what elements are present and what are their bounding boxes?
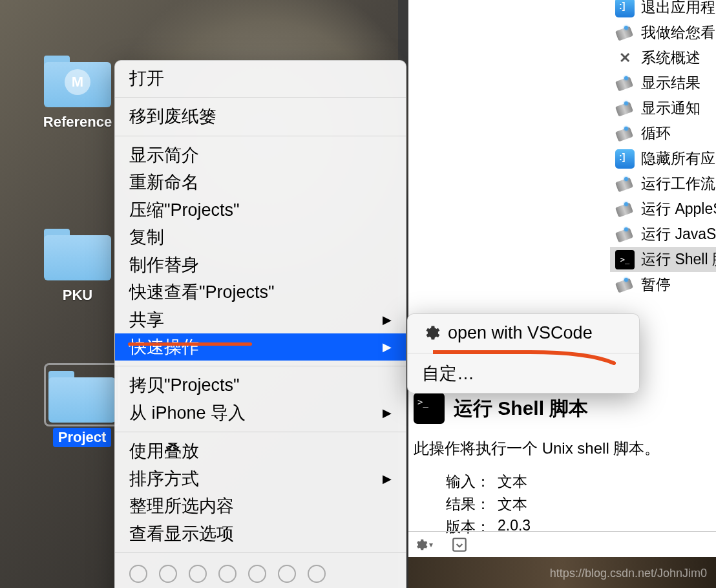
menu-open[interactable]: 打开: [115, 65, 406, 92]
tag-color-none[interactable]: [129, 565, 147, 583]
action-item[interactable]: 显示通知: [610, 96, 716, 121]
action-label: 运行 AppleS: [641, 199, 716, 219]
action-label: 我做给您看: [641, 23, 715, 43]
automator-icon: [615, 275, 635, 295]
chevron-right-icon: ▶: [383, 471, 392, 487]
folder-pku[interactable]: PKU: [36, 224, 120, 305]
menu-separator: [115, 552, 406, 553]
menu-label: 从 iPhone 导入: [129, 401, 246, 425]
action-label: 退出应用程: [641, 0, 715, 17]
action-label: 暂停: [641, 275, 671, 295]
action-label: 显示结果: [641, 73, 700, 93]
action-label: 运行 Shell 脚: [641, 249, 716, 269]
action-item[interactable]: 显示结果: [610, 70, 716, 96]
tag-color-4[interactable]: [248, 565, 266, 583]
menu-sort-by[interactable]: 排序方式 ▶: [115, 465, 406, 492]
action-label: 循环: [641, 123, 671, 143]
chevron-right-icon: ▶: [383, 339, 392, 355]
action-item[interactable]: 暂停: [610, 272, 716, 297]
annotation-underline-curved: [433, 349, 620, 353]
menu-info[interactable]: 显示简介: [115, 142, 406, 169]
expand-icon: [451, 536, 468, 553]
folder-icon: M: [42, 50, 113, 109]
menu-quick-actions[interactable]: 快速操作 ▶: [115, 333, 406, 361]
automator-icon: [615, 174, 635, 194]
action-item[interactable]: 运行工作流: [610, 171, 716, 196]
detail-value: 文本: [498, 472, 527, 492]
action-item[interactable]: 运行 AppleS: [610, 196, 716, 222]
menu-share[interactable]: 共享 ▶: [115, 306, 406, 333]
terminal-icon: >_: [414, 393, 445, 424]
toolbar-expand-button[interactable]: [451, 536, 468, 553]
panel-toolbar: ▾: [408, 531, 716, 557]
folder-icon: [42, 224, 113, 282]
menu-label: 共享: [129, 308, 164, 331]
submenu-label: open with VSCode: [448, 321, 593, 344]
annotation-underline: [128, 342, 252, 346]
tag-color-5[interactable]: [278, 565, 296, 583]
menu-rename[interactable]: 重新命名: [115, 169, 406, 196]
tag-color-3[interactable]: [218, 565, 237, 583]
menu-trash[interactable]: 移到废纸篓: [115, 103, 406, 130]
folder-label: Project: [53, 428, 112, 447]
action-item[interactable]: 我做给您看: [610, 20, 716, 45]
submenu-open-vscode[interactable]: open with VSCode: [408, 318, 639, 348]
tag-color-6[interactable]: [308, 565, 326, 583]
tag-color-1[interactable]: [159, 565, 177, 583]
chevron-right-icon: ▶: [383, 405, 392, 421]
automator-icon: [615, 225, 635, 244]
action-item[interactable]: 循环: [610, 121, 716, 146]
folder-label: PKU: [58, 286, 98, 305]
menu-alias[interactable]: 制作替身: [115, 251, 406, 278]
action-label: 运行工作流: [641, 174, 715, 194]
menu-quicklook[interactable]: 快速查看"Projects": [115, 278, 406, 306]
folder-icon: [47, 366, 118, 424]
finder-icon: [615, 0, 635, 17]
detail-key: 结果：: [446, 494, 498, 514]
folder-projects[interactable]: Project: [40, 366, 124, 447]
menu-copy[interactable]: 复制: [115, 224, 406, 251]
action-item[interactable]: 隐藏所有应: [610, 146, 716, 171]
action-item[interactable]: 退出应用程: [610, 0, 716, 20]
menu-separator: [115, 97, 406, 98]
detail-description: 此操作将执行一个 Unix shell 脚本。: [414, 429, 711, 470]
detail-value: 文本: [498, 494, 527, 514]
action-detail: >_ 运行 Shell 脚本 此操作将执行一个 Unix shell 脚本。 输…: [408, 388, 716, 538]
menu-use-stacks[interactable]: 使用叠放: [115, 437, 406, 465]
menu-label: 快速操作: [129, 335, 199, 359]
menu-compress[interactable]: 压缩"Projects": [115, 196, 406, 224]
menu-separator: [115, 136, 406, 136]
mega-badge-icon: M: [65, 69, 90, 95]
tag-color-2[interactable]: [189, 565, 207, 583]
action-label: 隐藏所有应: [641, 149, 715, 169]
action-item[interactable]: 系统概述: [610, 45, 716, 70]
folder-reference[interactable]: M Reference: [36, 50, 120, 132]
menu-clean-up[interactable]: 整理所选内容: [115, 492, 406, 520]
chevron-right-icon: ▶: [383, 312, 392, 328]
automator-icon: [615, 200, 635, 219]
action-label: 运行 JavaSc: [641, 224, 716, 244]
terminal-icon: >_: [615, 250, 635, 269]
chevron-down-icon: ▾: [429, 540, 433, 549]
menu-import-iphone[interactable]: 从 iPhone 导入 ▶: [115, 399, 406, 426]
folder-label: Reference: [38, 112, 117, 132]
action-library-list[interactable]: 退出应用程我做给您看系统概述显示结果显示通知循环隐藏所有应运行工作流运行 App…: [610, 0, 716, 297]
detail-key: 输入：: [446, 472, 498, 492]
finder-icon: [615, 149, 635, 169]
action-label: 显示通知: [641, 98, 700, 118]
automator-icon: [615, 23, 635, 43]
svg-rect-0: [453, 538, 466, 551]
menu-copy-path[interactable]: 拷贝"Projects": [115, 372, 406, 399]
action-item[interactable]: >_运行 Shell 脚: [610, 247, 716, 272]
context-menu: 打开 移到废纸篓 显示简介 重新命名 压缩"Projects" 复制 制作替身 …: [114, 60, 406, 588]
menu-view-options[interactable]: 查看显示选项: [115, 520, 406, 547]
detail-result-row: 结果： 文本: [414, 493, 711, 516]
detail-title: 运行 Shell 脚本: [454, 395, 588, 422]
action-item[interactable]: 运行 JavaSc: [610, 222, 716, 247]
menu-separator: [115, 432, 406, 432]
automator-icon: [615, 124, 635, 143]
menu-tags[interactable]: 标签: [115, 585, 406, 588]
toolbar-gear-button[interactable]: ▾: [414, 538, 433, 552]
detail-input-row: 输入： 文本: [414, 470, 711, 493]
gear-icon: [422, 324, 440, 342]
